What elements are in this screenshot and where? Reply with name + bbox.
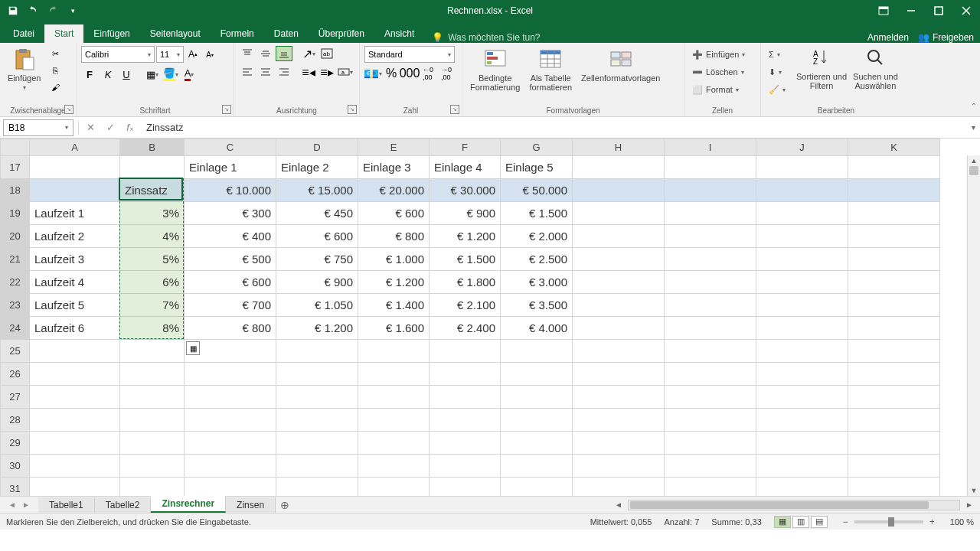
cell-C21[interactable]: € 500 <box>185 248 276 271</box>
align-top-button[interactable] <box>239 46 256 61</box>
cell-I21[interactable] <box>665 248 756 271</box>
sheet-tab-tabelle1[interactable]: Tabelle1 <box>38 497 95 513</box>
cell-A18[interactable] <box>30 179 120 202</box>
cell-A27[interactable] <box>30 386 120 409</box>
hscroll-left-button[interactable]: ◄ <box>612 499 625 511</box>
zoom-level[interactable]: 100 % <box>950 517 974 527</box>
cell-E28[interactable] <box>358 409 430 432</box>
cell-A28[interactable] <box>30 409 120 432</box>
cell-E26[interactable] <box>358 363 430 386</box>
tab-view[interactable]: Ansicht <box>374 24 424 43</box>
decrease-decimal-button[interactable]: →0,00 <box>438 66 455 81</box>
cell-H29[interactable] <box>573 432 665 455</box>
cell-F27[interactable] <box>430 386 501 409</box>
increase-font-button[interactable]: A▴ <box>185 46 201 63</box>
tab-review[interactable]: Überprüfen <box>309 24 374 43</box>
cell-E27[interactable] <box>358 386 430 409</box>
row-header-24[interactable]: 24 <box>1 317 30 340</box>
cell-F21[interactable]: € 1.500 <box>430 248 501 271</box>
cell-H17[interactable] <box>573 156 665 179</box>
find-select-button[interactable]: Suchen und Auswählen <box>851 46 900 92</box>
minimize-icon[interactable] <box>897 0 925 21</box>
merge-center-button[interactable]: a▾ <box>337 64 354 80</box>
cell-H31[interactable] <box>573 478 665 497</box>
cell-H24[interactable] <box>573 317 665 340</box>
underline-button[interactable]: U <box>118 66 135 83</box>
row-header-26[interactable]: 26 <box>1 363 30 386</box>
sheet-tab-tabelle2[interactable]: Tabelle2 <box>95 497 152 513</box>
cell-A25[interactable] <box>30 340 120 363</box>
cell-F25[interactable] <box>430 340 501 363</box>
cell-J20[interactable] <box>756 225 848 248</box>
row-header-27[interactable]: 27 <box>1 386 30 409</box>
accounting-format-button[interactable]: 💶▾ <box>364 66 381 81</box>
cell-K20[interactable] <box>848 225 940 248</box>
cell-J17[interactable] <box>756 156 848 179</box>
cell-B29[interactable] <box>120 432 185 455</box>
share-button[interactable]: 👥 Freigeben <box>918 32 974 43</box>
cell-D26[interactable] <box>276 363 358 386</box>
cell-B18[interactable]: Zinssatz <box>120 179 185 202</box>
cell-G23[interactable]: € 3.500 <box>501 294 573 317</box>
cell-A29[interactable] <box>30 432 120 455</box>
cell-I19[interactable] <box>665 202 756 225</box>
signin-button[interactable]: Anmelden <box>867 32 909 43</box>
horizontal-scroll-thumb[interactable] <box>630 501 929 509</box>
tab-data[interactable]: Daten <box>264 24 309 43</box>
bold-button[interactable]: F <box>81 66 98 83</box>
cell-K19[interactable] <box>848 202 940 225</box>
cell-F23[interactable]: € 2.100 <box>430 294 501 317</box>
cell-I22[interactable] <box>665 271 756 294</box>
insert-cells-button[interactable]: ➕Einfügen▾ <box>689 46 748 63</box>
paste-button[interactable]: Einfügen ▾ <box>5 46 44 93</box>
cell-D17[interactable]: Einlage 2 <box>276 156 358 179</box>
zoom-in-button[interactable]: + <box>926 517 938 527</box>
cell-E24[interactable]: € 1.600 <box>358 317 430 340</box>
cell-B25[interactable] <box>120 340 185 363</box>
cell-K27[interactable] <box>848 386 940 409</box>
cell-I17[interactable] <box>665 156 756 179</box>
row-header-20[interactable]: 20 <box>1 225 30 248</box>
borders-button[interactable]: ▦▾ <box>144 66 161 83</box>
cell-G18[interactable]: € 50.000 <box>501 179 573 202</box>
cell-C22[interactable]: € 600 <box>185 271 276 294</box>
row-header-29[interactable]: 29 <box>1 432 30 455</box>
cell-F30[interactable] <box>430 455 501 478</box>
cell-D31[interactable] <box>276 478 358 497</box>
cell-G25[interactable] <box>501 340 573 363</box>
cell-A30[interactable] <box>30 455 120 478</box>
col-header-J[interactable]: J <box>756 139 848 156</box>
cell-D21[interactable]: € 750 <box>276 248 358 271</box>
add-sheet-button[interactable]: ⊕ <box>276 499 294 511</box>
cell-H18[interactable] <box>573 179 665 202</box>
cell-H20[interactable] <box>573 225 665 248</box>
cell-J24[interactable] <box>756 317 848 340</box>
cell-K30[interactable] <box>848 455 940 478</box>
cell-H28[interactable] <box>573 409 665 432</box>
fill-color-button[interactable]: 🪣▾ <box>162 66 179 83</box>
spreadsheet-grid[interactable]: ABCDEFGHIJK17Einlage 1Einlage 2Einlage 3… <box>0 139 980 496</box>
align-left-button[interactable] <box>239 64 256 80</box>
cell-G31[interactable] <box>501 478 573 497</box>
cell-K21[interactable] <box>848 248 940 271</box>
cell-C30[interactable] <box>185 455 276 478</box>
clipboard-launcher[interactable]: ↘ <box>64 105 74 114</box>
save-icon[interactable] <box>5 2 21 19</box>
vertical-scroll-thumb[interactable] <box>969 166 978 175</box>
cell-styles-button[interactable]: Zellenformatvorlagen <box>578 46 663 84</box>
cell-I29[interactable] <box>665 432 756 455</box>
cell-B30[interactable] <box>120 455 185 478</box>
autofill-options-button[interactable]: ▦ <box>186 341 200 355</box>
cell-J29[interactable] <box>756 432 848 455</box>
cell-K28[interactable] <box>848 409 940 432</box>
cell-D20[interactable]: € 600 <box>276 225 358 248</box>
cell-D27[interactable] <box>276 386 358 409</box>
cell-I23[interactable] <box>665 294 756 317</box>
cell-E20[interactable]: € 800 <box>358 225 430 248</box>
font-name-select[interactable]: Calibri▾ <box>81 46 155 63</box>
cell-H23[interactable] <box>573 294 665 317</box>
increase-decimal-button[interactable]: ←0,00 <box>420 66 436 81</box>
col-header-G[interactable]: G <box>501 139 573 156</box>
cell-J19[interactable] <box>756 202 848 225</box>
collapse-ribbon-button[interactable]: ˆ <box>972 103 975 113</box>
